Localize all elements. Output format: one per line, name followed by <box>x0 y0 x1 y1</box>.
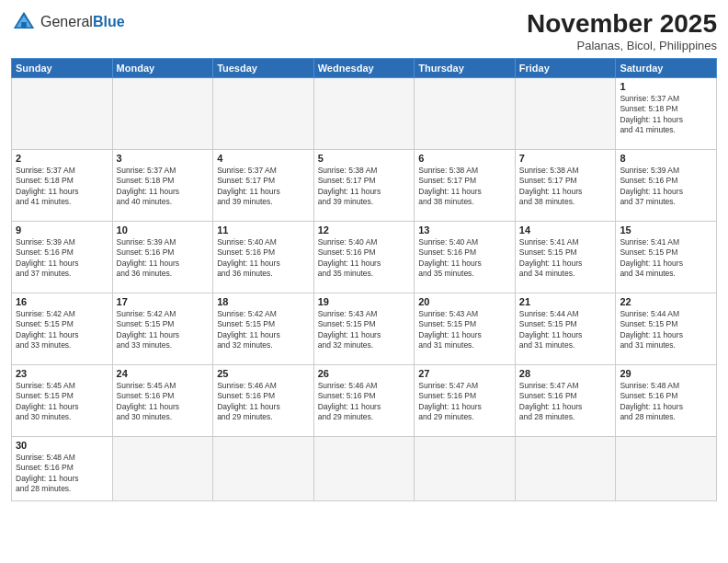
table-row: 27Sunrise: 5:47 AM Sunset: 5:16 PM Dayli… <box>415 365 516 437</box>
table-row <box>616 437 717 501</box>
table-row: 10Sunrise: 5:39 AM Sunset: 5:16 PM Dayli… <box>112 222 213 293</box>
table-row: 6Sunrise: 5:38 AM Sunset: 5:17 PM Daylig… <box>415 150 516 222</box>
header: GeneralBlue November 2025 Palanas, Bicol… <box>11 9 717 52</box>
cell-info: Sunrise: 5:37 AM Sunset: 5:18 PM Dayligh… <box>117 166 210 208</box>
table-row: 5Sunrise: 5:38 AM Sunset: 5:17 PM Daylig… <box>313 150 415 222</box>
calendar-week-1: 1Sunrise: 5:37 AM Sunset: 5:18 PM Daylig… <box>12 78 717 150</box>
day-number: 19 <box>318 296 411 307</box>
day-number: 13 <box>418 224 511 236</box>
table-row <box>213 437 314 501</box>
day-number: 7 <box>519 153 612 164</box>
header-tuesday: Tuesday <box>213 59 314 78</box>
table-row <box>515 437 616 501</box>
cell-info: Sunrise: 5:47 AM Sunset: 5:16 PM Dayligh… <box>418 381 511 423</box>
cell-info: Sunrise: 5:48 AM Sunset: 5:16 PM Dayligh… <box>16 453 108 495</box>
header-saturday: Saturday <box>616 59 717 78</box>
table-row: 30Sunrise: 5:48 AM Sunset: 5:16 PM Dayli… <box>12 437 113 501</box>
table-row: 29Sunrise: 5:48 AM Sunset: 5:16 PM Dayli… <box>616 365 717 437</box>
table-row: 13Sunrise: 5:40 AM Sunset: 5:16 PM Dayli… <box>415 222 516 293</box>
svg-rect-2 <box>21 22 27 29</box>
day-number: 9 <box>16 224 108 236</box>
cell-info: Sunrise: 5:42 AM Sunset: 5:15 PM Dayligh… <box>217 309 310 351</box>
cell-info: Sunrise: 5:44 AM Sunset: 5:15 PM Dayligh… <box>620 309 712 351</box>
cell-info: Sunrise: 5:37 AM Sunset: 5:17 PM Dayligh… <box>217 166 310 208</box>
table-row: 15Sunrise: 5:41 AM Sunset: 5:15 PM Dayli… <box>616 222 717 293</box>
table-row: 20Sunrise: 5:43 AM Sunset: 5:15 PM Dayli… <box>415 293 516 365</box>
day-number: 18 <box>217 296 310 307</box>
cell-info: Sunrise: 5:38 AM Sunset: 5:17 PM Dayligh… <box>519 166 612 208</box>
table-row: 22Sunrise: 5:44 AM Sunset: 5:15 PM Dayli… <box>616 293 717 365</box>
cell-info: Sunrise: 5:37 AM Sunset: 5:18 PM Dayligh… <box>16 166 108 208</box>
cell-info: Sunrise: 5:41 AM Sunset: 5:15 PM Dayligh… <box>519 237 612 280</box>
day-header-row: Sunday Monday Tuesday Wednesday Thursday… <box>12 59 717 78</box>
table-row <box>515 78 616 150</box>
table-row <box>415 78 516 150</box>
table-row <box>112 437 213 501</box>
table-row: 23Sunrise: 5:45 AM Sunset: 5:15 PM Dayli… <box>12 365 113 437</box>
cell-info: Sunrise: 5:41 AM Sunset: 5:15 PM Dayligh… <box>620 237 712 280</box>
logo-text: GeneralBlue <box>40 14 125 30</box>
table-row: 25Sunrise: 5:46 AM Sunset: 5:16 PM Dayli… <box>213 365 314 437</box>
page-container: GeneralBlue November 2025 Palanas, Bicol… <box>0 0 728 509</box>
table-row: 14Sunrise: 5:41 AM Sunset: 5:15 PM Dayli… <box>515 222 616 293</box>
calendar-week-6: 30Sunrise: 5:48 AM Sunset: 5:16 PM Dayli… <box>12 437 717 501</box>
day-number: 30 <box>16 440 108 451</box>
day-number: 10 <box>117 224 210 236</box>
table-row: 12Sunrise: 5:40 AM Sunset: 5:16 PM Dayli… <box>313 222 415 293</box>
cell-info: Sunrise: 5:45 AM Sunset: 5:16 PM Dayligh… <box>117 381 210 423</box>
day-number: 14 <box>519 224 612 236</box>
day-number: 12 <box>318 224 411 236</box>
table-row: 4Sunrise: 5:37 AM Sunset: 5:17 PM Daylig… <box>213 150 314 222</box>
cell-info: Sunrise: 5:43 AM Sunset: 5:15 PM Dayligh… <box>418 309 511 351</box>
table-row: 7Sunrise: 5:38 AM Sunset: 5:17 PM Daylig… <box>515 150 616 222</box>
table-row: 1Sunrise: 5:37 AM Sunset: 5:18 PM Daylig… <box>616 78 717 150</box>
header-monday: Monday <box>112 59 213 78</box>
cell-info: Sunrise: 5:39 AM Sunset: 5:16 PM Dayligh… <box>16 237 108 280</box>
title-block: November 2025 Palanas, Bicol, Philippine… <box>527 9 717 52</box>
calendar-week-2: 2Sunrise: 5:37 AM Sunset: 5:18 PM Daylig… <box>12 150 717 222</box>
cell-info: Sunrise: 5:48 AM Sunset: 5:16 PM Dayligh… <box>620 381 712 423</box>
logo-blue-text: Blue <box>93 14 125 29</box>
table-row <box>313 437 415 501</box>
location-subtitle: Palanas, Bicol, Philippines <box>527 39 717 52</box>
cell-info: Sunrise: 5:46 AM Sunset: 5:16 PM Dayligh… <box>318 381 411 423</box>
cell-info: Sunrise: 5:42 AM Sunset: 5:15 PM Dayligh… <box>117 309 210 351</box>
day-number: 17 <box>117 296 210 307</box>
cell-info: Sunrise: 5:44 AM Sunset: 5:15 PM Dayligh… <box>519 309 612 351</box>
table-row <box>415 437 516 501</box>
table-row: 17Sunrise: 5:42 AM Sunset: 5:15 PM Dayli… <box>112 293 213 365</box>
table-row: 2Sunrise: 5:37 AM Sunset: 5:18 PM Daylig… <box>12 150 113 222</box>
cell-info: Sunrise: 5:40 AM Sunset: 5:16 PM Dayligh… <box>217 237 310 280</box>
table-row: 21Sunrise: 5:44 AM Sunset: 5:15 PM Dayli… <box>515 293 616 365</box>
day-number: 20 <box>418 296 511 307</box>
calendar-week-5: 23Sunrise: 5:45 AM Sunset: 5:15 PM Dayli… <box>12 365 717 437</box>
month-title: November 2025 <box>527 9 717 39</box>
day-number: 28 <box>519 368 612 379</box>
calendar-table: Sunday Monday Tuesday Wednesday Thursday… <box>11 58 717 501</box>
day-number: 11 <box>217 224 310 236</box>
table-row: 3Sunrise: 5:37 AM Sunset: 5:18 PM Daylig… <box>112 150 213 222</box>
cell-info: Sunrise: 5:40 AM Sunset: 5:16 PM Dayligh… <box>318 237 411 280</box>
table-row: 28Sunrise: 5:47 AM Sunset: 5:16 PM Dayli… <box>515 365 616 437</box>
calendar-week-3: 9Sunrise: 5:39 AM Sunset: 5:16 PM Daylig… <box>12 222 717 293</box>
header-sunday: Sunday <box>12 59 113 78</box>
cell-info: Sunrise: 5:42 AM Sunset: 5:15 PM Dayligh… <box>16 309 108 351</box>
day-number: 3 <box>117 153 210 164</box>
day-number: 21 <box>519 296 612 307</box>
table-row <box>112 78 213 150</box>
logo-icon <box>11 9 37 35</box>
day-number: 16 <box>16 296 108 307</box>
cell-info: Sunrise: 5:39 AM Sunset: 5:16 PM Dayligh… <box>620 166 712 208</box>
cell-info: Sunrise: 5:38 AM Sunset: 5:17 PM Dayligh… <box>418 166 511 208</box>
cell-info: Sunrise: 5:38 AM Sunset: 5:17 PM Dayligh… <box>318 166 411 208</box>
day-number: 8 <box>620 153 712 164</box>
day-number: 5 <box>318 153 411 164</box>
day-number: 2 <box>16 153 108 164</box>
table-row: 11Sunrise: 5:40 AM Sunset: 5:16 PM Dayli… <box>213 222 314 293</box>
calendar-week-4: 16Sunrise: 5:42 AM Sunset: 5:15 PM Dayli… <box>12 293 717 365</box>
cell-info: Sunrise: 5:40 AM Sunset: 5:16 PM Dayligh… <box>418 237 511 280</box>
header-thursday: Thursday <box>415 59 516 78</box>
day-number: 6 <box>418 153 511 164</box>
cell-info: Sunrise: 5:45 AM Sunset: 5:15 PM Dayligh… <box>16 381 108 423</box>
cell-info: Sunrise: 5:37 AM Sunset: 5:18 PM Dayligh… <box>620 94 712 136</box>
